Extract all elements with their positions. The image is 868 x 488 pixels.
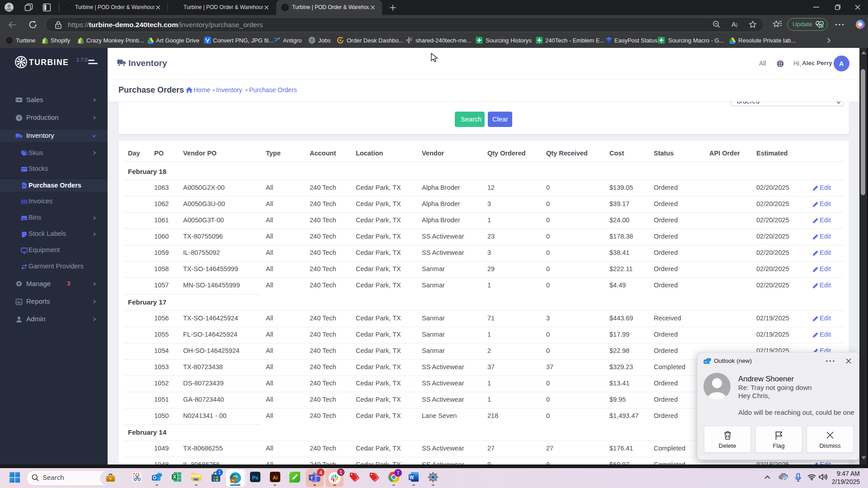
svg-text:1: 1 — [218, 470, 221, 475]
svg-text:X: X — [173, 474, 176, 479]
svg-text:T: T — [396, 471, 399, 476]
svg-text:O: O — [153, 475, 156, 480]
svg-text:O: O — [704, 360, 707, 364]
svg-text:W: W — [410, 475, 414, 480]
svg-text:1: 1 — [340, 470, 342, 475]
svg-text:T: T — [311, 475, 313, 480]
svg-text:Ai: Ai — [273, 475, 278, 480]
svg-text:4: 4 — [319, 470, 322, 475]
svg-text:Ps: Ps — [252, 475, 258, 480]
